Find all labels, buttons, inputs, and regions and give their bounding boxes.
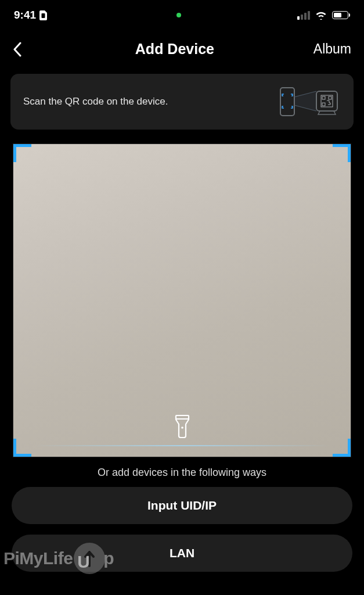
input-uid-ip-button[interactable]: Input UID/IP — [12, 487, 352, 524]
battery-icon — [332, 11, 350, 19]
lan-button[interactable]: LAN — [12, 535, 352, 572]
page-title: Add Device — [36, 41, 313, 58]
instruction-text: Scan the QR code on the device. — [23, 96, 168, 107]
scan-line — [34, 445, 330, 446]
svg-rect-5 — [322, 96, 325, 99]
svg-rect-3 — [316, 91, 337, 111]
instruction-banner: Scan the QR code on the device. — [10, 74, 354, 130]
flashlight-icon — [174, 414, 191, 438]
scan-frame-corner-icon — [13, 144, 31, 162]
scan-frame-corner-icon — [333, 439, 351, 457]
album-button[interactable]: Album — [313, 41, 351, 57]
status-time: 9:41 — [14, 9, 36, 21]
wifi-icon — [315, 10, 327, 20]
svg-rect-0 — [42, 13, 45, 18]
camera-viewfinder[interactable] — [13, 144, 351, 457]
svg-marker-2 — [294, 91, 316, 111]
camera-indicator — [176, 13, 181, 17]
status-bar: 9:41 — [0, 0, 364, 28]
cellular-signal-icon — [297, 11, 310, 20]
svg-rect-6 — [329, 96, 331, 99]
back-button[interactable] — [13, 42, 36, 57]
sim-card-icon — [39, 10, 47, 20]
svg-rect-7 — [322, 103, 325, 106]
scan-frame-corner-icon — [333, 144, 351, 162]
chevron-left-icon — [13, 42, 22, 57]
scan-frame-corner-icon — [13, 439, 31, 457]
status-right — [297, 10, 350, 20]
header: Add Device Album — [0, 28, 364, 68]
flashlight-button[interactable] — [174, 414, 191, 440]
green-dot-icon — [176, 13, 181, 17]
svg-point-9 — [181, 426, 183, 429]
svg-rect-1 — [280, 88, 294, 116]
alternative-methods-label: Or add devices in the following ways — [0, 467, 364, 479]
status-left: 9:41 — [14, 9, 47, 21]
svg-rect-4 — [321, 95, 333, 107]
qr-scanner-area — [13, 144, 351, 457]
phone-scan-illustration-icon — [277, 85, 341, 118]
